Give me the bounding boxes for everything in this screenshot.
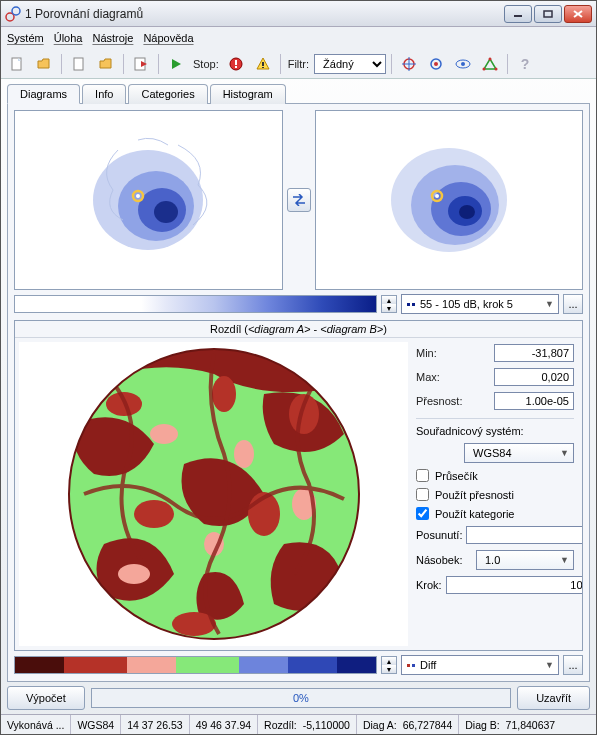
posun-label: Posunutí: (416, 529, 462, 541)
uzavrit-button[interactable]: Uzavřít (517, 686, 590, 710)
open-folder-2-button[interactable] (94, 52, 118, 76)
open-folder-button[interactable] (32, 52, 56, 76)
triangle-icon[interactable] (478, 52, 502, 76)
svg-point-47 (150, 424, 178, 444)
tab-categories[interactable]: Categories (128, 84, 207, 104)
chevron-down-icon: ▼ (545, 660, 554, 670)
nasobek-select[interactable]: 1.0▼ (476, 550, 574, 570)
svg-point-18 (434, 62, 438, 66)
app-icon (5, 6, 21, 22)
diff-legend-select[interactable]: Diff ▼ (401, 655, 559, 675)
tab-diagrams[interactable]: Diagrams (7, 84, 80, 104)
separator (61, 54, 62, 74)
target-red-icon[interactable] (397, 52, 421, 76)
pouzit-pres-label: Použít přesnosti (435, 489, 514, 501)
title-bar: 1 Porovnání diagramů (1, 1, 596, 27)
minimize-button[interactable] (504, 5, 532, 23)
separator (158, 54, 159, 74)
prec-value: 1.00e-05 (494, 392, 574, 410)
db-range-label: 55 - 105 dB, krok 5 (420, 298, 513, 310)
menu-napoveda[interactable]: Nápověda (143, 32, 193, 44)
pouzit-presnosti-checkbox[interactable] (416, 488, 429, 501)
status-diagb: Diag B: 71,840637 (459, 715, 561, 734)
chevron-down-icon: ▼ (545, 299, 554, 309)
svg-rect-54 (412, 664, 415, 667)
target-blue-icon[interactable] (424, 52, 448, 76)
separator (507, 54, 508, 74)
svg-point-43 (212, 376, 236, 412)
help-icon[interactable]: ? (513, 52, 537, 76)
diagram-b-pane[interactable] (315, 110, 584, 290)
svg-point-20 (461, 62, 465, 66)
legend-sq-icon (406, 299, 416, 309)
eye-icon[interactable] (451, 52, 475, 76)
svg-point-49 (118, 564, 150, 584)
menu-uloha[interactable]: Úloha (54, 32, 83, 44)
close-button[interactable] (564, 5, 592, 23)
tab-histogram[interactable]: Histogram (210, 84, 286, 104)
svg-rect-53 (407, 664, 410, 667)
separator (391, 54, 392, 74)
stop-button[interactable] (224, 52, 248, 76)
status-bar: Vykonává ... WGS84 14 37 26.53 49 46 37.… (1, 714, 596, 734)
progress-label: 0% (293, 692, 309, 704)
posun-input[interactable] (466, 526, 583, 544)
diff-image (64, 344, 364, 644)
diff-gradient-bar[interactable] (14, 656, 377, 674)
status-lon: 14 37 26.53 (121, 715, 189, 734)
pouzit-kategorie-checkbox[interactable] (416, 507, 429, 520)
gradient-spinner[interactable]: ▲▼ (381, 295, 397, 313)
menu-system[interactable]: Systém (7, 32, 44, 44)
swap-diagrams-button[interactable] (287, 188, 311, 212)
svg-rect-7 (74, 58, 83, 70)
diagram-b-image (359, 120, 539, 280)
play-button[interactable] (164, 52, 188, 76)
new-file-2-button[interactable] (67, 52, 91, 76)
status-wgs: WGS84 (71, 715, 121, 734)
chevron-down-icon: ▼ (560, 555, 569, 565)
export-button[interactable] (129, 52, 153, 76)
db-range-select[interactable]: 55 - 105 dB, krok 5 ▼ (401, 294, 559, 314)
alert-button[interactable] (251, 52, 275, 76)
coord-value: WGS84 (473, 447, 512, 459)
tab-info[interactable]: Info (82, 84, 126, 104)
svg-rect-37 (407, 303, 410, 306)
gradient-bar-top[interactable] (14, 295, 377, 313)
legend-sq-icon (406, 660, 416, 670)
svg-rect-10 (235, 60, 237, 65)
pouzit-kat-label: Použít kategorie (435, 508, 515, 520)
max-label: Max: (416, 371, 440, 383)
stop-label: Stop: (193, 58, 219, 70)
filtr-select[interactable]: Žádný (314, 54, 386, 74)
status-diaga: Diag A: 66,727844 (357, 715, 459, 734)
svg-point-27 (154, 201, 178, 223)
diff-canvas[interactable] (19, 342, 408, 646)
tabs: Diagrams Info Categories Histogram (7, 83, 590, 103)
krok-input[interactable] (446, 576, 583, 594)
db-range-more-button[interactable]: ... (563, 294, 583, 314)
svg-rect-13 (262, 67, 264, 68)
menu-bar: Systém Úloha Nástroje Nápověda (1, 27, 596, 49)
status-lat: 49 46 37.94 (190, 715, 258, 734)
progress-bar: 0% (91, 688, 511, 708)
svg-rect-12 (262, 62, 264, 66)
krok-label: Krok: (416, 579, 442, 591)
diff-legend-label: Diff (420, 659, 436, 671)
diff-gradient-spinner[interactable]: ▲▼ (381, 656, 397, 674)
diff-legend-more-button[interactable]: ... (563, 655, 583, 675)
svg-point-21 (489, 57, 492, 60)
svg-point-36 (435, 194, 439, 198)
separator (280, 54, 281, 74)
svg-rect-11 (235, 66, 237, 68)
svg-point-44 (134, 500, 174, 528)
svg-point-29 (136, 194, 140, 198)
svg-point-22 (495, 67, 498, 70)
new-file-button[interactable] (5, 52, 29, 76)
diagram-a-pane[interactable] (14, 110, 283, 290)
coord-select[interactable]: WGS84 ▼ (464, 443, 574, 463)
diff-side-panel: Min:-31,807 Max:0,020 Přesnost:1.00e-05 … (412, 338, 582, 650)
vypocet-button[interactable]: Výpočet (7, 686, 85, 710)
menu-nastroje[interactable]: Nástroje (92, 32, 133, 44)
maximize-button[interactable] (534, 5, 562, 23)
prusecik-checkbox[interactable] (416, 469, 429, 482)
